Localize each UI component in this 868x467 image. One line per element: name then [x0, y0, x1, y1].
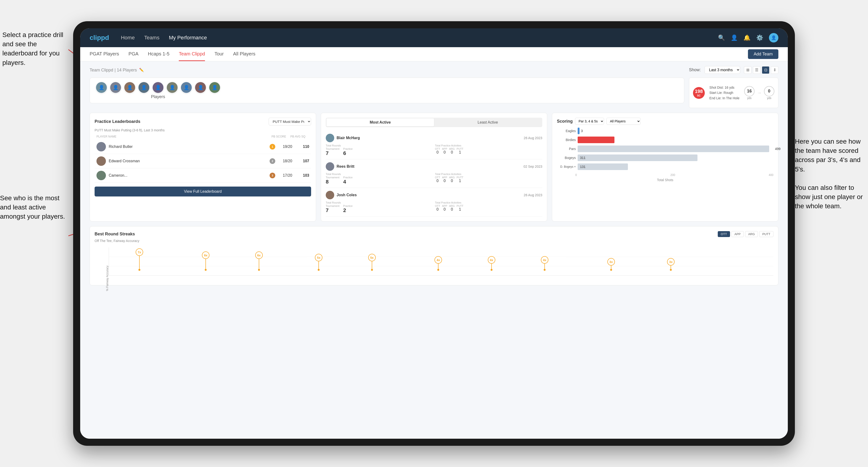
shot-circle-group-1: 16 yds — [744, 86, 754, 100]
bar-chart: Eagles 3 Birdies 96 — [557, 128, 773, 170]
shot-circle-1: 16 — [744, 86, 754, 96]
sub-nav-tour[interactable]: Tour — [214, 47, 224, 61]
lb-badge-silver: 2 — [270, 158, 275, 164]
bell-icon[interactable]: 🔔 — [743, 34, 750, 41]
leaderboard-row: Cameron... 3 17/20 103 — [95, 168, 311, 183]
lb-score-3: 17/20 — [278, 173, 292, 178]
shot-details: Shot Dist: 16 yds Start Lie: Rough End L… — [710, 85, 739, 101]
player-avatar[interactable]: 👤 — [152, 82, 164, 93]
streak-pin-dot — [610, 269, 612, 271]
player-avatar[interactable]: 👤 — [138, 82, 150, 93]
view-card-icon[interactable]: ⊡ — [762, 66, 769, 74]
player-avatar[interactable]: 👤 — [124, 82, 135, 93]
col-pb-avg: PB AVG SQ — [290, 135, 309, 138]
col-pb-score: PB SCORE — [272, 135, 290, 138]
player-card-header-2: Rees Britt 02 Sep 2023 — [326, 162, 542, 171]
streaks-tab-putt[interactable]: PUTT — [759, 231, 773, 237]
show-label: Show: — [689, 67, 701, 72]
sub-nav-right: Add Team — [748, 49, 778, 59]
team-title: Team Clippd | 14 Players — [90, 67, 137, 73]
streaks-tabs: OTT APP ARG PUTT — [718, 231, 773, 237]
streaks-tab-ott[interactable]: OTT — [718, 231, 730, 237]
player-name-row-1: Blair McHarg — [326, 134, 360, 142]
streak-pin-label: 5x — [315, 254, 322, 261]
streak-pin-3x-2: 3x — [667, 258, 675, 271]
sub-nav-all-players[interactable]: All Players — [233, 47, 255, 61]
lb-badge-gold: 1 — [270, 144, 275, 150]
show-select[interactable]: Last 3 months Last 6 months Last year — [705, 66, 740, 74]
bar-label-dbogeys: D. Bogeys + — [559, 165, 576, 168]
streak-pin-label: 4x — [488, 256, 495, 264]
view-filter-icon[interactable]: ⇕ — [771, 66, 778, 74]
edit-team-icon[interactable]: ✏️ — [139, 68, 144, 72]
activity-toggle: Most Active Least Active — [326, 118, 542, 127]
drill-select[interactable]: PUTT Must Make Putting... Chipping Drill… — [269, 118, 311, 125]
player-avatar[interactable]: 👤 — [181, 82, 192, 93]
player-avatar[interactable]: 👤 — [195, 82, 206, 93]
bar-row-birdies: Birdies 96 — [559, 136, 771, 143]
view-grid-icon[interactable]: ⊞ — [744, 66, 751, 74]
x-axis-label: Total Shots — [557, 178, 773, 182]
annotation-top-left: Select a practice drill and see the lead… — [2, 30, 68, 67]
view-full-leaderboard-button[interactable]: View Full Leaderboard — [95, 187, 311, 196]
team-controls: Show: Last 3 months Last 6 months Last y… — [689, 66, 778, 74]
streaks-tab-arg[interactable]: ARG — [745, 231, 758, 237]
scoring-par-filter[interactable]: Par 3, 4 & 5s Par 3s Par 4s Par 5s — [575, 118, 604, 125]
shot-circles: 16 yds → 0 yds — [744, 86, 774, 100]
streak-pin-dot — [205, 269, 207, 271]
streaks-title: Best Round Streaks — [95, 231, 135, 237]
player-card-date-3: 26 Aug 2023 — [524, 193, 542, 197]
lb-score-2: 18/20 — [278, 159, 292, 163]
col-player-name: PLAYER NAME — [96, 135, 272, 138]
bar-row-eagles: Eagles 3 — [559, 128, 771, 134]
player-avatar[interactable]: 👤 — [110, 82, 121, 93]
shot-badge-label: SC — [695, 94, 703, 97]
player-card-name-1: Blair McHarg — [337, 136, 360, 140]
streak-pin-7x-1: 7x — [135, 248, 143, 271]
shot-end-lie: End Lie: In The Hole — [710, 96, 739, 101]
sub-nav-hcaps[interactable]: Hcaps 1-5 — [148, 47, 169, 61]
lb-avg-3: 103 — [295, 173, 309, 178]
user-icon[interactable]: 👤 — [731, 34, 738, 41]
player-avatar[interactable]: 👤 — [209, 82, 220, 93]
most-active-tab[interactable]: Most Active — [327, 118, 434, 126]
streak-pin-label: 3x — [667, 258, 675, 266]
leaderboard-title: Practice Leaderboards — [95, 119, 140, 124]
nav-home[interactable]: Home — [121, 35, 135, 41]
streak-pin-dot — [371, 269, 373, 271]
streak-pin-dot — [491, 269, 493, 271]
player-avatar[interactable]: 👤 — [166, 82, 178, 93]
player-card-name-2: Rees Britt — [337, 164, 354, 168]
sub-nav-pga[interactable]: PGA — [129, 47, 138, 61]
player-card-header-3: Josh Coles 26 Aug 2023 — [326, 191, 542, 199]
bar-label-bogeys: Bogeys — [559, 156, 576, 160]
least-active-tab[interactable]: Least Active — [434, 118, 541, 126]
view-list-icon[interactable]: ☰ — [753, 66, 761, 74]
scoring-card: Scoring Par 3, 4 & 5s Par 3s Par 4s Par … — [552, 113, 778, 221]
settings-icon[interactable]: ⚙️ — [756, 34, 763, 41]
search-icon[interactable]: 🔍 — [718, 34, 725, 41]
streaks-header: Best Round Streaks OTT APP ARG PUTT — [95, 231, 773, 237]
streaks-tab-app[interactable]: APP — [732, 231, 744, 237]
sub-nav-pgat[interactable]: PGAT Players — [90, 47, 119, 61]
leaderboard-row: Richard Butler 1 19/20 110 — [95, 139, 311, 154]
add-team-button[interactable]: Add Team — [748, 49, 778, 59]
bar-container-birdies: 96 — [578, 136, 771, 143]
nav-teams[interactable]: Teams — [144, 35, 159, 41]
bar-container-pars: 499 — [578, 146, 771, 152]
bar-label-eagles: Eagles — [559, 129, 576, 133]
streak-pin-3x-1: 3x — [607, 258, 615, 271]
bar-fill-bogeys — [578, 154, 698, 161]
avatar[interactable]: 👤 — [769, 33, 778, 42]
streak-pin-line — [372, 261, 372, 269]
sub-nav-team-clippd[interactable]: Team Clippd — [179, 47, 205, 61]
player-card-1: Blair McHarg 26 Aug 2023 Total Rounds To… — [326, 131, 542, 159]
lb-name-2: Edward Crossman — [109, 159, 266, 163]
bar-value-bogeys: 311 — [579, 156, 585, 160]
streak-pin-line — [318, 261, 319, 269]
player-avatar[interactable]: 👤 — [96, 82, 107, 93]
scoring-player-filter[interactable]: All Players Individual Player — [607, 118, 641, 125]
streak-pin-line — [611, 266, 611, 269]
streaks-section: Best Round Streaks OTT APP ARG PUTT Off … — [90, 226, 778, 285]
nav-my-performance[interactable]: My Performance — [169, 35, 207, 41]
